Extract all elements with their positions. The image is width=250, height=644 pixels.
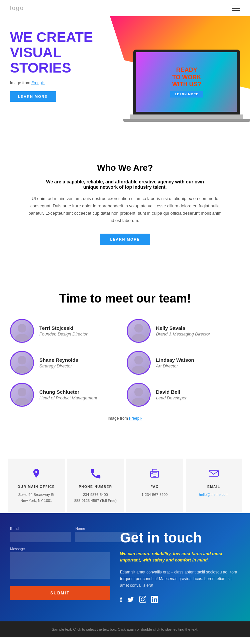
- svg-point-8: [18, 388, 26, 396]
- team-member-1: Kelly Savala Brand & Messaging Director: [127, 319, 240, 343]
- team-grid: Terri Stojceski Founder, Design Director…: [10, 319, 240, 407]
- avatar-placeholder-lindsay: [128, 352, 150, 374]
- svg-point-10: [134, 388, 143, 396]
- svg-point-1: [15, 334, 29, 341]
- member-role-david: Lead Developer: [156, 395, 187, 400]
- hero-image-area: READYTO WORKWITH US? LEARN MORE: [110, 16, 250, 129]
- freepik-link[interactable]: Freepik: [31, 81, 45, 85]
- get-in-touch-section: Email Name Message SUBMIT Get in touch W…: [0, 513, 250, 621]
- touch-side: Get in touch We can ensure reliability, …: [120, 527, 240, 605]
- member-info-shane: Shane Reynolds Strategy Director: [39, 357, 78, 368]
- touch-tagline: We can ensure reliability, low cost fare…: [120, 550, 240, 563]
- laptop-screen: READYTO WORKWITH US? LEARN MORE: [133, 50, 240, 114]
- avatar-shane: [10, 351, 34, 375]
- form-group-email: Email: [10, 527, 71, 542]
- hero-title: WE CREATE VISUAL STORIES: [10, 30, 103, 76]
- hero-text-block: WE CREATE VISUAL STORIES Image from Free…: [10, 30, 103, 102]
- footer: Sample text. Click to select the text bo…: [0, 621, 250, 637]
- avatar-lindsay: [127, 351, 151, 375]
- team-member-5: David Bell Lead Developer: [127, 383, 240, 407]
- contact-label-fax: FAX: [132, 485, 178, 489]
- email-link[interactable]: hello@theme.com: [199, 493, 229, 497]
- svg-point-14: [151, 473, 153, 474]
- contact-value-fax: 1-234-567-8900: [132, 492, 178, 498]
- team-member-4: Chung Schlueter Head of Product Manageme…: [10, 383, 123, 407]
- member-role-chung: Head of Product Management: [39, 395, 97, 400]
- avatar-placeholder-terri: [11, 320, 33, 342]
- who-subtitle: We are a capable, reliable, and affordab…: [45, 179, 205, 190]
- contact-value-phone: 234-9876-5400888-0123-4567 (Toll Free): [73, 492, 119, 504]
- member-info-terri: Terri Stojceski Founder, Design Director: [39, 325, 88, 336]
- contact-card-phone: PHONE NUMBER 234-9876-5400888-0123-4567 …: [67, 459, 124, 512]
- message-textarea[interactable]: [10, 552, 110, 579]
- hero-subtitle: Image from Freepik: [10, 81, 103, 85]
- phone-icon: [73, 468, 119, 481]
- svg-point-9: [15, 398, 29, 405]
- instagram-icon[interactable]: [139, 596, 146, 605]
- form-group-message: Message: [10, 547, 110, 580]
- member-role-lindsay: Art Director: [156, 363, 194, 368]
- email-icon: [191, 468, 237, 481]
- form-row-email-name: Email Name: [10, 527, 110, 542]
- member-info-chung: Chung Schlueter Head of Product Manageme…: [39, 389, 97, 400]
- laptop-cta-button: LEARN MORE: [170, 91, 203, 98]
- hamburger-line-2: [232, 8, 240, 9]
- avatar-terri: [10, 319, 34, 343]
- member-role-kelly: Brand & Messaging Director: [156, 331, 210, 336]
- team-freepik-link[interactable]: Freepik: [129, 416, 142, 421]
- team-member-2: Shane Reynolds Strategy Director: [10, 351, 123, 375]
- contact-card-fax: FAX 1-234-567-8900: [126, 459, 183, 512]
- avatar-chung: [10, 383, 34, 407]
- navbar: logo: [0, 0, 250, 16]
- who-title: Who We Are?: [27, 163, 223, 173]
- location-icon: [13, 468, 59, 481]
- linkedin-icon[interactable]: [151, 596, 158, 605]
- avatar-placeholder-chung: [11, 384, 33, 406]
- team-section: Time to meet our team! Terri Stojceski F…: [0, 275, 250, 431]
- svg-point-0: [18, 324, 26, 332]
- svg-point-7: [132, 366, 145, 373]
- avatar-placeholder-david: [128, 384, 150, 406]
- twitter-icon[interactable]: [127, 596, 134, 605]
- avatar-placeholder-kelly: [128, 320, 150, 342]
- footer-text: Sample text. Click to select the text bo…: [6, 627, 244, 631]
- who-learn-more-button[interactable]: LEARN MORE: [100, 234, 151, 245]
- contact-card-email: EMAIL hello@theme.com: [186, 459, 242, 512]
- svg-rect-15: [153, 475, 156, 475]
- team-image-credit: Image from Freepik: [10, 416, 240, 421]
- social-icons: f: [120, 596, 240, 605]
- team-member-3: Lindsay Watson Art Director: [127, 351, 240, 375]
- member-info-kelly: Kelly Savala Brand & Messaging Director: [156, 325, 210, 336]
- team-title: Time to meet our team!: [10, 292, 240, 306]
- hamburger-line-1: [232, 6, 240, 6]
- message-label: Message: [10, 547, 110, 551]
- contact-label-phone: PHONE NUMBER: [73, 485, 119, 489]
- email-input[interactable]: [10, 532, 71, 542]
- hamburger-line-3: [232, 10, 240, 11]
- hero-learn-more-button[interactable]: LEARN MORE: [10, 91, 56, 102]
- hero-section: WE CREATE VISUAL STORIES Image from Free…: [0, 16, 250, 129]
- touch-title: Get in touch: [120, 530, 240, 546]
- member-info-david: David Bell Lead Developer: [156, 389, 187, 400]
- facebook-icon[interactable]: f: [120, 596, 122, 605]
- contact-form: Email Name Message SUBMIT: [10, 527, 110, 600]
- member-info-lindsay: Lindsay Watson Art Director: [156, 357, 194, 368]
- member-name-lindsay: Lindsay Watson: [156, 357, 194, 363]
- svg-point-3: [132, 334, 145, 341]
- contact-label-email: EMAIL: [191, 485, 237, 489]
- logo: logo: [10, 5, 24, 12]
- avatar-david: [127, 383, 151, 407]
- team-member-0: Terri Stojceski Founder, Design Director: [10, 319, 123, 343]
- touch-body: Etiam sit amet convallis erat – class ap…: [120, 569, 240, 589]
- laptop-image: READYTO WORKWITH US? LEARN MORE: [123, 50, 250, 129]
- fax-icon: [132, 468, 178, 481]
- laptop-base: [130, 114, 243, 119]
- contact-value-email: hello@theme.com: [191, 492, 237, 498]
- member-name-kelly: Kelly Savala: [156, 325, 210, 331]
- svg-point-6: [134, 356, 143, 364]
- contact-label-office: OUR MAIN OFFICE: [13, 485, 59, 489]
- svg-point-11: [132, 398, 145, 405]
- menu-button[interactable]: [232, 6, 240, 11]
- contact-card-office: OUR MAIN OFFICE SoHo 94 Broadway StNew Y…: [8, 459, 65, 512]
- submit-button[interactable]: SUBMIT: [10, 586, 110, 600]
